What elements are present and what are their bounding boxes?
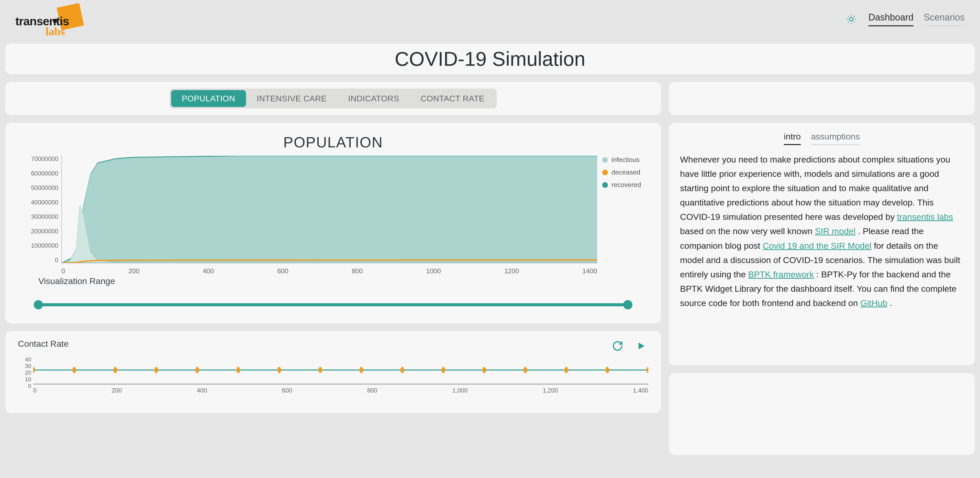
svg-point-20 — [401, 367, 404, 373]
svg-point-23 — [523, 367, 527, 373]
svg-point-22 — [482, 367, 486, 373]
svg-point-14 — [154, 367, 158, 373]
right-top-card — [669, 82, 975, 115]
visualization-range-label: Visualization Range — [38, 276, 648, 286]
link-sir-model[interactable]: SIR model — [815, 226, 856, 236]
visualization-range-slider[interactable] — [38, 301, 628, 308]
svg-point-16 — [236, 367, 240, 373]
link-blog-post[interactable]: Covid 19 and the SIR Model — [763, 241, 871, 250]
population-x-axis: 0 200 400 600 800 1000 1200 1400 — [61, 267, 597, 275]
theme-toggle-button[interactable] — [846, 14, 857, 25]
segment-tab-indicators[interactable]: INDICATORS — [337, 90, 410, 107]
page-title: COVID-19 Simulation — [395, 47, 585, 71]
svg-line-8 — [854, 16, 854, 17]
title-card: COVID-19 Simulation — [5, 43, 975, 74]
svg-line-4 — [854, 22, 854, 22]
segment-tab-population[interactable]: POPULATION — [171, 90, 246, 107]
population-chart-card: POPULATION 70000000 60000000 50000000 40… — [5, 123, 661, 323]
play-icon — [636, 341, 646, 351]
top-nav-tabs: Dashboard Scenarios — [869, 12, 965, 26]
legend-label: recovered — [611, 181, 641, 189]
legend-label: deceased — [611, 168, 640, 176]
info-tabs: intro assumptions — [680, 132, 964, 145]
range-thumb-start[interactable] — [34, 300, 43, 309]
population-chart-title: POPULATION — [18, 134, 648, 151]
segment-tabs-card: POPULATION INTENSIVE CARE INDICATORS CON… — [5, 82, 661, 115]
legend-label: infectious — [611, 156, 640, 164]
legend-item-deceased: deceased — [602, 168, 648, 176]
population-chart: 70000000 60000000 50000000 40000000 3000… — [18, 156, 648, 263]
brand-word-2: labs — [46, 25, 65, 38]
nav-tab-dashboard[interactable]: Dashboard — [869, 12, 913, 26]
contact-rate-title: Contact Rate — [18, 339, 68, 349]
legend-swatch — [602, 182, 608, 188]
population-legend: infectious deceased recovered — [602, 156, 648, 189]
legend-swatch — [602, 170, 608, 175]
range-thumb-end[interactable] — [623, 300, 632, 309]
legend-item-infectious: infectious — [602, 156, 648, 164]
svg-line-3 — [848, 16, 848, 17]
link-bptk-framework[interactable]: BPTK framework — [748, 269, 814, 279]
info-text: Whenever you need to make predictions ab… — [680, 152, 964, 310]
info-tab-assumptions[interactable]: assumptions — [811, 132, 860, 145]
info-tab-intro[interactable]: intro — [784, 132, 801, 145]
svg-point-21 — [441, 367, 445, 373]
svg-line-7 — [848, 22, 848, 22]
segment-tab-intensive-care[interactable]: INTENSIVE CARE — [246, 90, 337, 107]
svg-point-26 — [646, 367, 648, 373]
topbar: transentis labs Dashboard Scenarios — [0, 0, 980, 38]
svg-point-13 — [113, 367, 117, 373]
svg-point-15 — [196, 367, 199, 373]
contact-rate-x-axis: 0 200 400 600 800 1,000 1,200 1,400 — [33, 387, 648, 394]
svg-point-19 — [359, 367, 363, 373]
link-transentis-labs[interactable]: transentis labs — [897, 212, 953, 221]
svg-marker-9 — [639, 343, 644, 349]
reset-button[interactable] — [611, 339, 625, 353]
brand-logo: transentis labs — [15, 5, 82, 33]
contact-rate-chart: 40 30 20 10 0 — [18, 356, 648, 384]
svg-point-12 — [72, 367, 76, 373]
svg-point-24 — [565, 367, 568, 373]
svg-point-11 — [33, 367, 35, 373]
range-track — [38, 303, 628, 306]
link-github[interactable]: GitHub — [860, 298, 888, 308]
info-card: intro assumptions Whenever you need to m… — [669, 123, 975, 365]
svg-point-25 — [605, 367, 609, 373]
svg-point-18 — [318, 367, 322, 373]
legend-swatch — [602, 157, 608, 163]
right-bottom-card — [669, 373, 975, 455]
population-y-axis: 70000000 60000000 50000000 40000000 3000… — [18, 156, 61, 263]
svg-point-17 — [277, 367, 281, 373]
contact-rate-card: Contact Rate — [5, 331, 661, 413]
contact-rate-plot-area[interactable] — [33, 356, 648, 384]
segment-tab-contact-rate[interactable]: CONTACT RATE — [410, 90, 495, 107]
sun-icon — [846, 14, 857, 25]
play-button[interactable] — [634, 339, 648, 353]
population-plot-area — [61, 156, 597, 263]
refresh-icon — [612, 340, 623, 352]
segment-tab-group: POPULATION INTENSIVE CARE INDICATORS CON… — [170, 89, 497, 108]
contact-rate-y-axis: 40 30 20 10 0 — [18, 356, 33, 384]
svg-point-0 — [850, 18, 853, 21]
page: COVID-19 Simulation POPULATION INTENSIVE… — [0, 38, 980, 455]
brand: transentis labs — [15, 5, 82, 33]
nav-tab-scenarios[interactable]: Scenarios — [924, 12, 965, 26]
legend-item-recovered: recovered — [602, 181, 648, 189]
topbar-right: Dashboard Scenarios — [846, 12, 965, 26]
